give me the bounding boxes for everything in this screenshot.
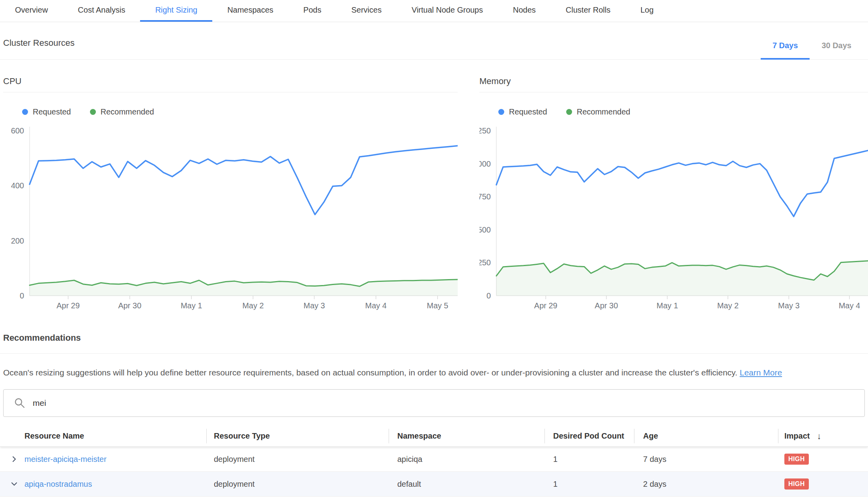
time-range-toggle: 7 Days30 Days	[761, 41, 868, 59]
recommendations-title: Recommendations	[0, 333, 868, 354]
desired-pod-count-cell: 1	[544, 455, 634, 464]
impact-cell: HIGH	[778, 454, 868, 465]
column-header-label: Age	[643, 431, 658, 441]
tab-namespaces[interactable]: Namespaces	[212, 0, 288, 22]
impact-badge: HIGH	[784, 478, 809, 490]
tab-pods[interactable]: Pods	[288, 0, 337, 22]
svg-text:May 4: May 4	[365, 301, 387, 310]
tab-log[interactable]: Log	[625, 0, 668, 22]
svg-text:1250: 1250	[479, 126, 491, 135]
recommendations-description: Ocean's resizing suggestions will help y…	[3, 367, 868, 378]
legend-item-requested[interactable]: Requested	[22, 107, 71, 116]
namespace-cell: apiciqa	[389, 455, 544, 464]
range-tab-30-days[interactable]: 30 Days	[810, 41, 863, 60]
tab-virtual-node-groups[interactable]: Virtual Node Groups	[397, 0, 498, 22]
legend-item-recommended[interactable]: Recommended	[90, 107, 154, 116]
resource-name-cell: meister-apiciqa-meister	[0, 455, 206, 464]
table-row: meister-apiciqa-meisterdeploymentapiciqa…	[0, 447, 868, 472]
resource-type-cell: deployment	[206, 455, 389, 464]
impact-badge: HIGH	[784, 454, 809, 465]
legend-label: Recommended	[101, 107, 154, 116]
resource-name-cell: apiqa-nostradamus	[0, 480, 206, 489]
column-header-resource-type[interactable]: Resource Type	[206, 426, 389, 446]
svg-text:May 1: May 1	[657, 301, 678, 310]
column-header-label: Impact	[784, 431, 810, 441]
impact-cell: HIGH	[778, 478, 868, 490]
memory-chart: 025050075010001250Apr 29Apr 30May 1May 2…	[479, 120, 868, 311]
resource-name-link[interactable]: meister-apiciqa-meister	[24, 455, 107, 464]
cluster-resources-header: Cluster Resources 7 Days30 Days	[0, 22, 868, 60]
svg-text:May 3: May 3	[778, 301, 799, 310]
column-header-desired-pod-count[interactable]: Desired Pod Count	[544, 426, 634, 446]
svg-text:Apr 29: Apr 29	[534, 301, 557, 310]
legend-dot-requested	[498, 109, 504, 115]
svg-text:400: 400	[11, 181, 24, 190]
memory-chart-title: Memory	[479, 76, 868, 92]
column-header-label: Resource Type	[214, 431, 270, 441]
tab-nodes[interactable]: Nodes	[498, 0, 551, 22]
column-header-label: Resource Name	[24, 431, 84, 441]
svg-text:200: 200	[11, 236, 24, 245]
legend-label: Recommended	[577, 107, 630, 116]
column-header-resource-name[interactable]: Resource Name	[0, 426, 206, 446]
svg-text:250: 250	[479, 258, 491, 267]
memory-chart-legend: RequestedRecommended	[498, 107, 868, 116]
svg-text:Apr 29: Apr 29	[56, 301, 80, 310]
svg-text:1000: 1000	[479, 159, 491, 168]
legend-dot-recommended	[90, 109, 96, 115]
cpu-chart: 0200400600Apr 29Apr 30May 1May 2May 3May…	[3, 120, 458, 311]
table-body: meister-apiciqa-meisterdeploymentapiciqa…	[0, 447, 868, 497]
legend-label: Requested	[509, 107, 547, 116]
memory-chart-panel: Memory RequestedRecommended 025050075010…	[479, 60, 868, 311]
recommendations-section: Recommendations Ocean's resizing suggest…	[0, 333, 868, 497]
legend-item-recommended[interactable]: Recommended	[566, 107, 630, 116]
tab-right-sizing[interactable]: Right Sizing	[140, 0, 212, 22]
tab-cluster-rolls[interactable]: Cluster Rolls	[551, 0, 625, 22]
column-header-namespace[interactable]: Namespace	[389, 426, 544, 446]
column-header-label: Namespace	[397, 431, 441, 441]
namespace-cell: default	[389, 480, 544, 489]
column-header-impact[interactable]: Impact↓	[778, 426, 868, 446]
svg-text:May 2: May 2	[242, 301, 264, 310]
svg-text:750: 750	[479, 192, 491, 201]
legend-item-requested[interactable]: Requested	[498, 107, 547, 116]
tab-services[interactable]: Services	[336, 0, 397, 22]
svg-text:600: 600	[11, 126, 24, 135]
recommendations-table: Resource NameResource TypeNamespaceDesir…	[0, 426, 868, 497]
table-row: apiqa-nostradamusdeploymentdefault12 day…	[0, 472, 868, 497]
tab-overview[interactable]: Overview	[0, 0, 63, 22]
expand-row-chevron-right-icon[interactable]	[10, 455, 18, 463]
svg-text:500: 500	[479, 225, 491, 234]
cpu-chart-title: CPU	[3, 76, 458, 92]
tab-cost-analysis[interactable]: Cost Analysis	[63, 0, 140, 22]
legend-dot-requested	[22, 109, 28, 115]
recommendations-description-text: Ocean's resizing suggestions will help y…	[3, 368, 737, 377]
svg-text:May 1: May 1	[181, 301, 202, 310]
divider	[3, 92, 458, 92]
svg-text:Apr 30: Apr 30	[595, 301, 618, 310]
resource-type-cell: deployment	[206, 480, 389, 489]
cpu-chart-panel: CPU RequestedRecommended 0200400600Apr 2…	[3, 60, 458, 311]
resource-search-box[interactable]	[3, 389, 865, 417]
column-header-age[interactable]: Age	[634, 426, 778, 446]
search-input[interactable]	[32, 398, 864, 408]
column-header-label: Desired Pod Count	[553, 431, 624, 441]
top-tab-bar: OverviewCost AnalysisRight SizingNamespa…	[0, 0, 868, 22]
desired-pod-count-cell: 1	[544, 480, 634, 489]
collapse-row-chevron-down-icon[interactable]	[10, 480, 18, 488]
cpu-chart-legend: RequestedRecommended	[22, 107, 458, 116]
charts-row: CPU RequestedRecommended 0200400600Apr 2…	[0, 60, 868, 311]
range-tab-7-days[interactable]: 7 Days	[761, 41, 810, 60]
divider	[479, 92, 868, 92]
svg-text:May 5: May 5	[427, 301, 448, 310]
svg-text:May 2: May 2	[717, 301, 739, 310]
legend-label: Requested	[33, 107, 71, 116]
legend-dot-recommended	[566, 109, 572, 115]
learn-more-link[interactable]: Learn More	[740, 368, 782, 377]
age-cell: 7 days	[634, 455, 778, 464]
sort-descending-icon: ↓	[817, 431, 821, 441]
svg-text:0: 0	[486, 291, 491, 300]
table-header-row: Resource NameResource TypeNamespaceDesir…	[0, 426, 868, 447]
resource-name-link[interactable]: apiqa-nostradamus	[24, 480, 92, 489]
svg-text:Apr 30: Apr 30	[118, 301, 141, 310]
